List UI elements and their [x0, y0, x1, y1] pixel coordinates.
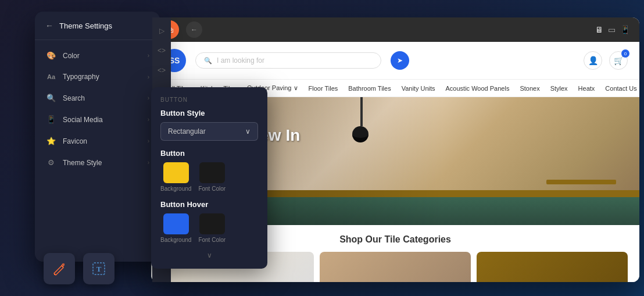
- button-swatches: Background Font Color: [160, 162, 258, 192]
- desktop-icon[interactable]: 🖥: [595, 25, 603, 34]
- text-frame-icon: T: [91, 261, 107, 277]
- button-panel: BUTTON Button Style Rectangular ∨ Button…: [151, 87, 267, 269]
- favicon-icon: ⭐: [45, 137, 57, 145]
- font-swatch-wrap: Font Color: [198, 162, 226, 192]
- menu-item-theme-style-label: Theme Style: [63, 159, 148, 167]
- menu-item-search-arrow: ›: [148, 95, 149, 101]
- svg-text:T: T: [96, 265, 102, 273]
- button-group-label: Button: [160, 149, 258, 158]
- nav-heatx[interactable]: Heatx: [578, 80, 595, 97]
- panel-back-button[interactable]: ←: [45, 21, 53, 30]
- menu-item-search[interactable]: 🔍 Search ›: [35, 87, 160, 109]
- menu-item-favicon-label: Favicon: [63, 137, 148, 145]
- button-hover-color-group: Button Hover Background Font Color: [160, 200, 258, 243]
- hover-background-swatch[interactable]: [163, 213, 189, 234]
- hover-font-swatch-wrap: Font Color: [198, 213, 226, 243]
- menu-item-color[interactable]: 🎨 Color ›: [35, 45, 160, 66]
- toolbar-code-icon-1[interactable]: <>: [154, 43, 169, 58]
- toolbar-play-icon[interactable]: ▷: [154, 23, 169, 38]
- panel-scroll-down[interactable]: ∨: [160, 251, 258, 259]
- menu-item-color-label: Color: [63, 52, 148, 60]
- category-card-2[interactable]: [320, 252, 471, 282]
- text-icon-box[interactable]: T: [83, 253, 115, 284]
- website-header: SS 🔍 I am looking for ➤ 👤 🛒 0: [151, 42, 639, 80]
- user-icon[interactable]: 👤: [584, 51, 602, 70]
- button-color-group: Button Background Font Color: [160, 149, 258, 192]
- dropdown-arrow-icon: ∨: [245, 127, 251, 135]
- menu-item-typography-arrow: ›: [148, 74, 149, 80]
- header-actions: 👤 🛒 0: [584, 51, 628, 70]
- nav-stonex[interactable]: Stonex: [520, 80, 539, 97]
- toolbar-code-icon-2[interactable]: <>: [154, 63, 169, 78]
- cart-icon[interactable]: 🛒 0: [609, 51, 628, 70]
- theme-panel: ← Theme Settings 🎨 Color › Aa Typography…: [35, 12, 160, 262]
- hover-font-swatch[interactable]: [199, 213, 225, 234]
- menu-item-social-arrow: ›: [148, 116, 149, 123]
- browser-back-button[interactable]: ←: [186, 22, 202, 38]
- panel-menu: 🎨 Color › Aa Typography › 🔍 Search › 📱 S…: [35, 40, 160, 178]
- menu-item-theme-style-arrow: ›: [148, 159, 149, 166]
- typography-icon: Aa: [45, 73, 57, 80]
- menu-item-favicon-arrow: ›: [148, 138, 149, 144]
- bg-swatch-wrap: Background: [160, 162, 191, 192]
- social-media-icon: 📱: [45, 115, 57, 124]
- bg-swatch-label: Background: [160, 186, 191, 192]
- nav-bathroom-tiles[interactable]: Bathroom Tiles: [348, 80, 391, 97]
- menu-item-social-label: Social Media: [63, 116, 148, 124]
- nav-contact[interactable]: Contact Us: [605, 80, 636, 97]
- menu-item-favicon[interactable]: ⭐ Favicon ›: [35, 130, 160, 152]
- theme-style-icon: ⚙: [45, 158, 57, 167]
- hover-swatches: Background Font Color: [160, 213, 258, 243]
- menu-item-theme-style[interactable]: ⚙ Theme Style ›: [35, 152, 160, 173]
- button-hover-label: Button Hover: [160, 200, 258, 209]
- site-search-bar[interactable]: 🔍 I am looking for: [195, 52, 381, 69]
- menu-item-typography-label: Typography: [63, 73, 148, 81]
- color-icon: 🎨: [45, 51, 57, 60]
- bottom-icons: T: [44, 253, 115, 284]
- edit-icon-box[interactable]: [44, 253, 75, 284]
- background-swatch[interactable]: [163, 162, 189, 183]
- hover-bg-swatch-wrap: Background: [160, 213, 191, 243]
- site-search-button[interactable]: ➤: [391, 51, 409, 70]
- button-style-dropdown[interactable]: Rectangular ∨: [160, 122, 258, 141]
- button-section-label: BUTTON: [160, 97, 258, 103]
- button-style-value: Rectangular: [168, 127, 206, 135]
- search-icon: 🔍: [45, 94, 57, 102]
- device-selector: 🖥 ▭ 📱: [595, 25, 630, 34]
- button-style-label: Button Style: [160, 109, 258, 117]
- tablet-icon[interactable]: ▭: [608, 25, 616, 34]
- nav-stylex[interactable]: Stylex: [550, 80, 568, 97]
- font-swatch-label: Font Color: [198, 186, 226, 192]
- font-color-swatch[interactable]: [199, 162, 225, 183]
- panel-title: Theme Settings: [59, 22, 112, 30]
- nav-vanity-units[interactable]: Vanity Units: [402, 80, 435, 97]
- nav-acoustic-wood[interactable]: Acoustic Wood Panels: [446, 80, 510, 97]
- menu-item-typography[interactable]: Aa Typography ›: [35, 66, 160, 87]
- browser-toolbar: 🛍 ← 🖥 ▭ 📱: [151, 17, 639, 42]
- hover-font-label: Font Color: [198, 237, 226, 243]
- mobile-icon[interactable]: 📱: [620, 25, 630, 34]
- edit-pen-icon: [51, 261, 67, 277]
- menu-item-social-media[interactable]: 📱 Social Media ›: [35, 109, 160, 130]
- category-card-3[interactable]: [477, 252, 628, 282]
- menu-item-search-label: Search: [63, 94, 148, 102]
- menu-item-color-arrow: ›: [148, 52, 149, 59]
- panel-header: ← Theme Settings: [35, 12, 160, 40]
- nav-floor-tiles[interactable]: Floor Tiles: [309, 80, 338, 97]
- hover-bg-label: Background: [160, 237, 191, 243]
